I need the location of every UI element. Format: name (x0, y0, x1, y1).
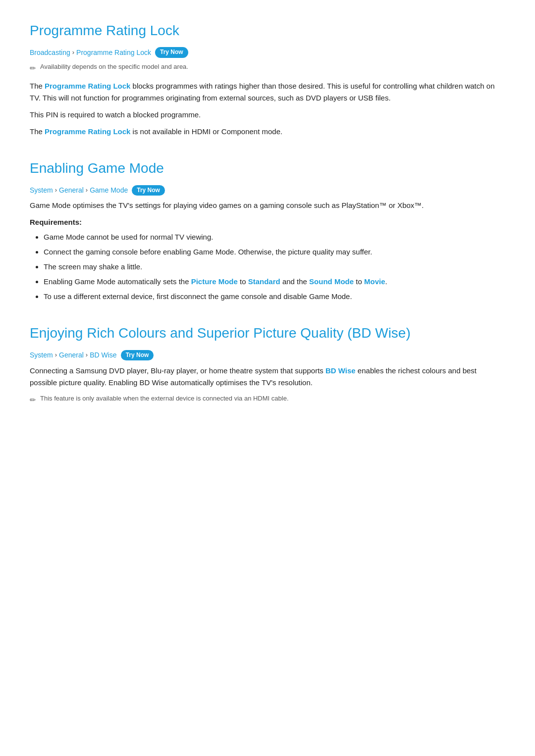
section1-para3: The Programme Rating Lock is not availab… (30, 126, 505, 138)
section2-intro: Game Mode optimises the TV's settings fo… (30, 200, 505, 211)
breadcrumb-system-2[interactable]: System (30, 350, 53, 360)
list-item: Enabling Game Mode automatically sets th… (44, 276, 505, 288)
list-item: To use a different external device, firs… (44, 291, 505, 302)
breadcrumb-programme-rating-lock[interactable]: Programme Rating Lock (76, 47, 151, 58)
section3-paragraph: Connecting a Samsung DVD player, Blu-ray… (30, 365, 505, 389)
pencil-icon-1: ✏ (30, 62, 36, 74)
section3-breadcrumb: System › General › BD Wise Try Now (30, 350, 505, 360)
breadcrumb-game-mode[interactable]: Game Mode (90, 185, 128, 196)
section1-trynow-badge[interactable]: Try Now (155, 47, 188, 57)
breadcrumb-sep-2: › (55, 185, 57, 196)
highlight-picture-mode: Picture Mode (191, 277, 238, 286)
highlight-programme-rating-lock-1: Programme Rating Lock (45, 82, 130, 90)
section1-note: ✏ Availability depends on the specific m… (30, 62, 505, 74)
section2-trynow-badge[interactable]: Try Now (132, 185, 165, 196)
highlight-standard: Standard (248, 277, 280, 286)
section3-title: Enjoying Rich Colours and Superior Pictu… (30, 322, 505, 345)
section3-note-text: This feature is only available when the … (40, 394, 289, 404)
section-programme-rating-lock: Programme Rating Lock Broadcasting › Pro… (30, 20, 505, 138)
breadcrumb-broadcasting[interactable]: Broadcasting (30, 47, 70, 58)
highlight-bd-wise: BD Wise (325, 366, 356, 375)
breadcrumb-general-2[interactable]: General (59, 350, 84, 360)
list-item: Game Mode cannot be used for normal TV v… (44, 231, 505, 243)
section2-requirements-label: Requirements: (30, 216, 505, 228)
highlight-sound-mode: Sound Mode (309, 277, 354, 286)
highlight-movie: Movie (364, 277, 385, 286)
list-item: The screen may shake a little. (44, 261, 505, 273)
breadcrumb-sep-1: › (72, 48, 74, 58)
breadcrumb-sep-4: › (55, 350, 57, 360)
breadcrumb-sep-5: › (86, 350, 88, 360)
section3-note: ✏ This feature is only available when th… (30, 394, 505, 406)
section2-title: Enabling Game Mode (30, 157, 505, 180)
section-enabling-game-mode: Enabling Game Mode System › General › Ga… (30, 157, 505, 302)
section1-title: Programme Rating Lock (30, 20, 505, 42)
section1-para2: This PIN is required to watch a blocked … (30, 109, 505, 121)
section3-trynow-badge[interactable]: Try Now (121, 350, 154, 360)
breadcrumb-system-1[interactable]: System (30, 185, 53, 196)
section2-bullet-list: Game Mode cannot be used for normal TV v… (44, 231, 505, 302)
section1-breadcrumb: Broadcasting › Programme Rating Lock Try… (30, 47, 505, 58)
section1-para1: The Programme Rating Lock blocks program… (30, 80, 505, 104)
breadcrumb-sep-3: › (86, 185, 88, 196)
section2-breadcrumb: System › General › Game Mode Try Now (30, 185, 505, 196)
section-bd-wise: Enjoying Rich Colours and Superior Pictu… (30, 322, 505, 405)
highlight-programme-rating-lock-2: Programme Rating Lock (45, 127, 130, 136)
section1-note-text: Availability depends on the specific mod… (40, 62, 188, 72)
breadcrumb-general-1[interactable]: General (59, 185, 84, 196)
pencil-icon-2: ✏ (30, 394, 36, 406)
list-item: Connect the gaming console before enabli… (44, 246, 505, 258)
breadcrumb-bd-wise[interactable]: BD Wise (90, 350, 116, 360)
